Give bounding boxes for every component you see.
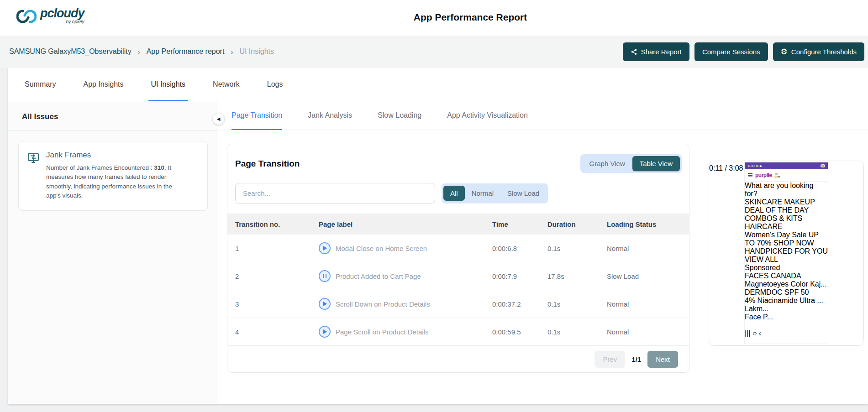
banner-line1: Women's [745, 231, 775, 239]
status-warning-icon [759, 165, 762, 167]
device-screen-video: 11:47 05 purplle Try Elite [745, 162, 828, 344]
header-actions: Share Report Compare Sessions ⚙ Configur… [623, 42, 864, 61]
cell-loading-status: Normal [607, 328, 689, 336]
app-performance-report-page: pcloudy by opkey App Performance Report … [0, 0, 868, 412]
product-card: FACES CANADA Magnetoeyes Color Kaj... [745, 272, 828, 288]
col-loading-status: Loading Status [607, 220, 689, 228]
play-transition-icon[interactable] [319, 242, 331, 254]
ui-insights-subtabs: Page Transition Jank Analysis Slow Loadi… [219, 101, 868, 130]
cell-transition-no: 1 [235, 245, 319, 252]
filter-normal-button[interactable]: Normal [465, 186, 500, 201]
subtab-slow-loading[interactable]: Slow Loading [378, 101, 421, 130]
table-header-row: Transition no. Page label Time Duration … [227, 214, 689, 235]
session-video-player: 11:47 05 purplle Try Elite [709, 161, 864, 346]
table-row: 3 Scroll Down on Product Details 0:00:37… [227, 290, 689, 318]
product-brand: FACES CANADA [745, 272, 828, 280]
sponsored-label: Sponsored [745, 264, 828, 272]
cell-page-label: Modal Close on Home Screen [336, 245, 427, 252]
category-label: COMBOS & KITS [745, 214, 802, 222]
product-name: Face P... [745, 313, 828, 321]
handpicked-title: HANDPICKED FOR YOU [745, 247, 828, 255]
subtab-app-activity-visualization[interactable]: App Activity Visualization [447, 101, 528, 130]
pause-transition-icon[interactable] [319, 270, 331, 282]
battery-icon: 05 [821, 164, 825, 167]
phone-search-placeholder: What are you looking for? [745, 182, 813, 198]
issue-title: Jank Frames [46, 151, 185, 160]
jank-frames-card[interactable]: Jank Frames Number of Jank Frames Encoun… [18, 141, 208, 211]
breadcrumb: SAMSUNG GalaxyM53_Observability › App Pe… [9, 36, 274, 68]
col-page-label: Page label [319, 220, 492, 228]
cell-transition-no: 3 [235, 300, 319, 308]
page-transition-card: Page Transition Graph View Table View Al… [227, 144, 689, 373]
category-label: SKINCARE [745, 198, 782, 206]
tab-summary[interactable]: Summary [25, 68, 56, 101]
share-report-button[interactable]: Share Report [623, 42, 689, 61]
filter-slow-load-button[interactable]: Slow Load [500, 186, 546, 201]
womens-day-sale-banner: Women's Day Sale UP TO 70% SHOP NOW [745, 231, 828, 247]
top-header: pcloudy by opkey App Performance Report [0, 0, 868, 36]
category-label: MAKEUP [784, 198, 815, 206]
issue-desc-pre: Number of Jank Frames Encountered : [46, 164, 154, 171]
cell-page-label: Page Scroll on Product Details [336, 328, 428, 336]
cell-transition-no: 4 [235, 328, 319, 336]
purplle-logo: purplle [755, 172, 772, 178]
tab-logs[interactable]: Logs [267, 68, 283, 101]
back-icon: ‹ [759, 329, 761, 337]
breadcrumb-report[interactable]: App Performance report [147, 47, 225, 56]
tab-app-insights[interactable]: App Insights [83, 68, 123, 101]
table-view-button[interactable]: Table View [632, 156, 680, 171]
product-name: Magnetoeyes Color Kaj... [745, 280, 828, 288]
pagination: Prev 1/1 Next [227, 346, 689, 372]
col-transition-no: Transition no. [235, 220, 319, 228]
category-label: DEAL OF THE DAY [745, 206, 809, 214]
sidebar-title: All Issues [8, 101, 218, 131]
cell-loading-status: Normal [607, 245, 689, 252]
product-name: 4% Niacinamide Ultra ... [745, 297, 828, 305]
subtab-jank-analysis[interactable]: Jank Analysis [308, 101, 352, 130]
next-page-button[interactable]: Next [647, 351, 678, 368]
recents-icon: ||| [745, 329, 750, 337]
cell-duration: 0.1s [547, 245, 607, 252]
share-report-label: Share Report [641, 48, 682, 56]
graph-view-button[interactable]: Graph View [582, 156, 632, 171]
col-time: Time [492, 220, 547, 228]
view-all-link: VIEW ALL [745, 256, 778, 263]
table-row: 4 Page Scroll on Product Details 0:00:59… [227, 318, 689, 346]
table-row: 1 Modal Close on Home Screen 0:00:6.8 0.… [227, 235, 689, 262]
phone-status-bar: 11:47 05 [745, 162, 828, 169]
configure-thresholds-label: Configure Thresholds [791, 48, 857, 56]
compare-sessions-button[interactable]: Compare Sessions [694, 42, 768, 61]
breadcrumb-session[interactable]: SAMSUNG GalaxyM53_Observability [9, 47, 132, 56]
cell-duration: 0.1s [547, 328, 607, 336]
sidebar-collapse-button[interactable]: ◀ [212, 113, 225, 125]
cell-page-label: Scroll Down on Product Details [336, 300, 430, 308]
subtab-page-transition[interactable]: Page Transition [231, 101, 282, 130]
tab-network[interactable]: Network [213, 68, 240, 101]
table-row: 2 Product Added to Cart Page 0:00:7.9 17… [227, 262, 689, 290]
play-transition-icon[interactable] [319, 298, 331, 310]
configure-thresholds-button[interactable]: ⚙ Configure Thresholds [773, 42, 864, 61]
chevron-right-icon: › [138, 48, 140, 56]
status-dot-icon [756, 165, 758, 167]
hamburger-menu-icon [748, 173, 752, 177]
category-label: HAIRCARE [745, 223, 783, 230]
logo-sub-text: by opkey [66, 19, 84, 24]
prev-page-button[interactable]: Prev [594, 351, 625, 368]
gear-icon: ⚙ [781, 48, 788, 56]
product-card: Lakm... Face P... [745, 305, 828, 321]
tab-ui-insights[interactable]: UI Insights [151, 68, 186, 101]
breadcrumb-bar: SAMSUNG GalaxyM53_Observability › App Pe… [0, 36, 868, 68]
filter-all-button[interactable]: All [443, 186, 465, 201]
page-title: App Performance Report [414, 12, 527, 23]
android-nav-bar: ||| ○ ‹ [745, 329, 828, 338]
banner-line3: Sale [792, 231, 806, 239]
play-transition-icon[interactable] [319, 326, 331, 338]
issue-desc-count: 310 [154, 164, 164, 171]
collapse-arrow-icon: ◀ [217, 116, 221, 121]
issues-sidebar: All Issues Jank Frames Number of Jank Fr… [8, 101, 218, 404]
issue-description: Number of Jank Frames Encountered : 310.… [46, 163, 185, 200]
cell-duration: 0.1s [547, 300, 607, 308]
jank-frames-icon [27, 151, 40, 200]
product-card: DERMDOC SPF 50 4% Niacinamide Ultra ... [745, 288, 828, 305]
search-input[interactable] [235, 183, 435, 203]
